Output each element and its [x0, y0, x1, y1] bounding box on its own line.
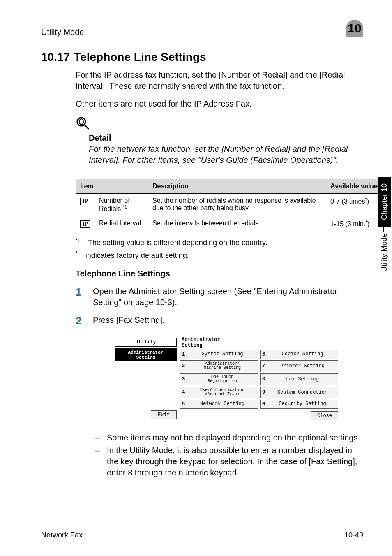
th-item: Item: [76, 179, 148, 194]
lcd-btn-label: Printer Setting: [267, 362, 338, 370]
lcd-btn-no: 3: [180, 375, 187, 383]
footer-left: Network Fax: [41, 531, 83, 540]
section-heading: 10.17Telephone Line Settings: [41, 51, 363, 64]
lcd-btn-no: 6: [261, 350, 267, 359]
footnote-1-text: The setting value is different depending…: [88, 239, 267, 247]
lcd-exit-button[interactable]: Exit: [151, 410, 177, 419]
section-number: 10.17: [41, 51, 70, 63]
svg-point-1: [79, 119, 83, 125]
step-2-number: 2: [76, 315, 93, 327]
lcd-btn-no: 9: [261, 388, 267, 396]
chapter-badge-number: 10: [348, 21, 361, 35]
lcd-btn-label: Administrator/ Machine Setting: [187, 361, 258, 372]
item-value-prefix: 1-15 (3 min.: [330, 221, 365, 228]
lcd-btn-label: Security Setting: [267, 400, 338, 408]
lcd-btn-network-setting[interactable]: 5Network Setting: [180, 400, 258, 409]
item-value-suffix: ): [367, 198, 369, 205]
page-footer: Network Fax 10-49: [41, 528, 363, 540]
lcd-tab-admin-setting[interactable]: Administrator Setting: [115, 348, 177, 361]
lcd-btn-system-connection[interactable]: 9System Connection: [260, 387, 338, 398]
item-value-prefix: 0-7 (3 times: [330, 198, 365, 205]
lcd-btn-label: Copier Setting: [267, 350, 338, 358]
chapter-corner-icon: 10: [346, 20, 363, 37]
lcd-btn-no: 0: [261, 400, 267, 408]
footnote-2-text: indicates factory default setting.: [85, 251, 189, 259]
th-description: Description: [148, 179, 326, 194]
lcd-header: Administrator Setting: [180, 337, 338, 349]
lcd-btn-copier-setting[interactable]: 6Copier Setting: [260, 350, 338, 359]
step-1-number: 1: [76, 286, 93, 299]
lcd-btn-printer-setting[interactable]: 7Printer Setting: [260, 360, 338, 372]
lcd-btn-fax-setting[interactable]: 8Fax Setting: [260, 373, 338, 385]
side-tabs: Chapter 10 Utility Mode: [376, 177, 392, 274]
footer-right: 10-49: [344, 531, 363, 540]
item-sup: *1: [123, 204, 127, 209]
table-row: IP Number of Redials *1 Set the number o…: [76, 194, 384, 216]
lcd-screenshot: Utility Administrator Setting Exit Admin…: [111, 334, 341, 423]
running-header: Utility Mode 10: [41, 20, 363, 39]
lcd-btn-label: System Setting: [187, 350, 258, 358]
intro-paragraph-1: For the IP address fax function, set the…: [76, 70, 363, 92]
item-name: Redial Interval: [99, 220, 141, 227]
magnifier-icon: [76, 116, 363, 132]
list-item-text: In the Utility Mode, it is also possible…: [107, 445, 363, 478]
footnote-2: * indicates factory default setting.: [76, 250, 363, 260]
side-tab-chapter: Chapter 10: [378, 177, 391, 227]
lcd-btn-no: 7: [261, 362, 267, 370]
lcd-btn-one-touch[interactable]: 3One-Touch Registration: [180, 373, 258, 385]
list-item: –Some items may not be displayed dependi…: [95, 432, 363, 443]
svg-line-2: [85, 125, 89, 129]
lcd-btn-user-auth[interactable]: 4UserAuthentication /Account Track: [180, 387, 258, 398]
item-value-suffix: ): [367, 221, 369, 228]
lcd-btn-no: 4: [180, 388, 187, 396]
step-2-text: Press [Fax Setting].: [93, 315, 363, 326]
section-title: Telephone Line Settings: [74, 51, 206, 63]
lcd-btn-system-setting[interactable]: 1System Setting: [180, 350, 258, 359]
th-available: Available value: [326, 179, 384, 194]
lcd-btn-no: 8: [261, 375, 267, 383]
settings-table: Item Description Available value IP Numb…: [76, 179, 384, 232]
lcd-btn-no: 2: [180, 362, 187, 370]
intro-paragraph-2: Other items are not used for the IP Addr…: [76, 98, 363, 109]
lcd-btn-admin-machine[interactable]: 2Administrator/ Machine Setting: [180, 360, 258, 372]
step-1-text: Open the Administrator Setting screen (S…: [93, 286, 363, 308]
table-row: IP Redial Interval Set the intervals bet…: [76, 216, 384, 232]
ip-badge: IP: [80, 220, 90, 228]
lcd-btn-security-setting[interactable]: 0Security Setting: [260, 400, 338, 409]
detail-heading: Detail: [89, 133, 363, 143]
lcd-tab-utility[interactable]: Utility: [115, 338, 177, 347]
notes-list: –Some items may not be displayed dependi…: [95, 432, 363, 478]
item-desc: Set the number of redials when no respon…: [148, 194, 326, 216]
footnote-2-mark: *: [76, 250, 78, 256]
list-item-text: Some items may not be displayed dependin…: [107, 432, 360, 443]
lcd-btn-label: UserAuthentication /Account Track: [187, 387, 258, 398]
lcd-btn-label: Network Setting: [187, 400, 258, 408]
lcd-close-button[interactable]: Close: [311, 411, 338, 420]
lcd-btn-label: One-Touch Registration: [187, 374, 258, 385]
sub-heading: Telephone Line Settings: [76, 269, 363, 278]
detail-text: For the network fax function, set the [N…: [89, 144, 359, 166]
item-desc: Set the intervals between the redials.: [148, 216, 326, 232]
lcd-btn-label: Fax Setting: [267, 375, 338, 383]
side-tab-mode: Utility Mode: [378, 231, 391, 274]
lcd-btn-no: 1: [180, 350, 187, 359]
lcd-btn-no: 5: [180, 400, 187, 408]
lcd-btn-label: System Connection: [267, 389, 338, 396]
ip-badge: IP: [80, 198, 90, 205]
footnote-1-mark: *1: [76, 238, 80, 243]
step-2: 2 Press [Fax Setting].: [76, 315, 363, 327]
footnote-1: *1 The setting value is different depend…: [76, 238, 363, 247]
running-header-title: Utility Mode: [41, 28, 84, 37]
list-item: –In the Utility Mode, it is also possibl…: [95, 445, 363, 478]
step-1: 1 Open the Administrator Setting screen …: [76, 286, 363, 308]
